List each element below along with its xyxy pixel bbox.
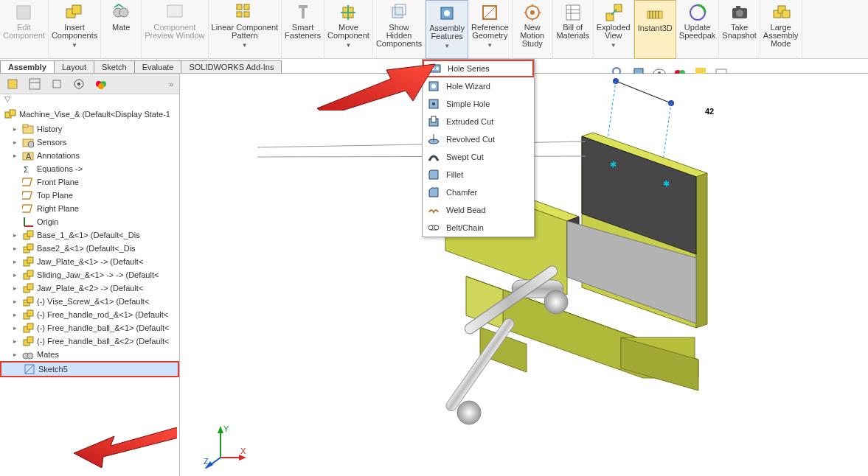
insert-components-icon <box>65 3 84 22</box>
props-icon[interactable] <box>50 77 63 91</box>
expand-arrow-icon[interactable]: ▸ <box>13 258 19 265</box>
tree-node-sensors[interactable]: ▸Sensors <box>0 136 179 149</box>
mate-icon <box>111 3 131 22</box>
tree-node-free-handle-rod[interactable]: ▸(-) Free_handle_rod_&<1> (Default< <box>0 308 179 321</box>
menu-fillet[interactable]: Fillet <box>423 166 534 183</box>
ribbon-insert-components[interactable]: InsertComponents▼ <box>49 0 101 59</box>
swept-cut-icon <box>427 150 440 164</box>
svg-rect-70 <box>27 270 33 276</box>
sketch-icon <box>24 363 35 375</box>
svg-rect-7 <box>244 4 249 10</box>
ribbon-instant3d[interactable]: Instant3D <box>634 0 676 59</box>
annot-icon: A <box>22 150 34 161</box>
ribbon-new-motion-study[interactable]: NewMotionStudy <box>513 0 553 59</box>
tree-node-annotations[interactable]: ▸AAnnotations <box>0 149 179 162</box>
menu-weld-bead[interactable]: Weld Bead <box>423 201 534 219</box>
ribbon-component-preview-window: ComponentPreview Window <box>142 0 208 59</box>
svg-point-4 <box>119 8 128 17</box>
tab-sketch[interactable]: Sketch <box>94 60 135 73</box>
part-icon <box>22 282 34 294</box>
ribbon-bill-of-materials[interactable]: Bill ofMaterials <box>553 0 594 59</box>
tab-evaluate[interactable]: Evaluate <box>134 60 182 73</box>
expand-arrow-icon[interactable]: ▸ <box>13 271 19 279</box>
linear-component-pattern-icon <box>235 3 254 22</box>
expand-arrow-icon[interactable]: ▸ <box>13 311 19 318</box>
expand-arrow-icon[interactable]: ▸ <box>13 284 19 292</box>
ribbon-large-assembly-mode[interactable]: LargeAssemblyMode <box>760 0 802 59</box>
svg-rect-50 <box>10 110 15 116</box>
tree-node-base2-1-default[interactable]: ▸Base2_&<1> (Default<_Dis <box>0 242 179 255</box>
ribbon-assembly-features[interactable]: AssemblyFeatures▼ <box>426 0 468 59</box>
tree-node-origin[interactable]: Origin <box>0 215 179 228</box>
menu-chamfer[interactable]: Chamfer <box>423 183 534 201</box>
ribbon-show-hidden-components[interactable]: ShowHiddenComponents <box>373 0 426 59</box>
svg-point-45 <box>77 83 80 85</box>
tree-node-sliding-jaw-1[interactable]: ▸Sliding_Jaw_&<1> -> -> (Default< <box>0 268 179 281</box>
expand-arrow-icon[interactable]: ▸ <box>13 139 19 146</box>
menu-swept-cut[interactable]: Swept Cut <box>423 148 534 166</box>
ribbon-take-snapshot[interactable]: TakeSnapshot <box>719 0 760 59</box>
tree-node-sketch5[interactable]: Sketch5 <box>0 361 179 377</box>
tree-node-history[interactable]: ▸History <box>0 122 179 136</box>
menu-revolved-cut[interactable]: Revolved Cut <box>423 130 534 148</box>
tree-root[interactable]: Machine_Vise_& (Default<Display State-1 <box>0 108 179 121</box>
show-hidden-components-icon <box>389 3 409 22</box>
tab-layout[interactable]: Layout <box>54 60 94 73</box>
ribbon-update-speedpak[interactable]: UpdateSpeedpak <box>676 0 720 59</box>
tree-node-free-handle-ball[interactable]: ▸(-) Free_handle_ball_&<2> (Default< <box>0 335 179 348</box>
cube-icon[interactable] <box>6 77 19 91</box>
svg-rect-72 <box>27 284 33 290</box>
menu-hole-series[interactable]: Hole Series <box>423 60 534 77</box>
svg-marker-124 <box>218 426 223 433</box>
tree-node-front-plane[interactable]: Front Plane <box>0 175 179 189</box>
menu-hole-wizard[interactable]: Hole Wizard <box>423 77 534 95</box>
fillet-icon <box>427 168 440 181</box>
expand-arrow-icon[interactable]: ▸ <box>13 231 19 239</box>
ribbon-reference-geometry[interactable]: ReferenceGeometry▼ <box>468 0 513 59</box>
tree-node-base-1-1[interactable]: ▸Base_1_&<1> (Default<_Dis <box>0 228 179 242</box>
expand-arrow-icon[interactable]: ▸ <box>13 337 19 345</box>
filter-bar[interactable]: ▽ <box>0 94 179 108</box>
ribbon-move-component[interactable]: MoveComponent▼ <box>324 0 373 59</box>
ribbon-mate[interactable]: Mate <box>101 0 142 59</box>
ribbon-smart-fasteners[interactable]: SmartFasteners <box>282 0 324 59</box>
tab-assembly[interactable]: Assembly <box>0 60 55 73</box>
menu-belt-chain[interactable]: Belt/Chain <box>423 219 534 237</box>
tree-node-mates[interactable]: ▸Mates <box>0 348 179 361</box>
tree-icon[interactable] <box>28 77 41 91</box>
plane-icon <box>22 189 34 201</box>
target-icon[interactable] <box>72 77 86 91</box>
ribbon-exploded-view[interactable]: ExplodedView▼ <box>594 0 634 59</box>
svg-line-18 <box>483 6 496 19</box>
tree-node-vise-screw-1[interactable]: ▸(-) Vise_Screw_&<1> (Default< <box>0 295 179 308</box>
ribbon-linear-component-pattern[interactable]: Linear ComponentPattern▼ <box>209 0 282 59</box>
part-icon <box>22 256 34 267</box>
expand-arrow-icon[interactable]: ▸ <box>13 152 19 159</box>
expand-arrow-icon[interactable]: ▸ <box>13 245 19 252</box>
svg-rect-64 <box>27 231 33 237</box>
svg-point-95 <box>428 225 433 230</box>
svg-marker-133 <box>74 427 177 468</box>
tree-node-top-plane[interactable]: Top Plane <box>0 189 179 202</box>
expand-arrow-icon[interactable]: ▸ <box>13 324 19 332</box>
svg-rect-9 <box>244 12 249 17</box>
expand-arrow-icon[interactable]: ▸ <box>13 298 19 305</box>
tree-node-right-plane[interactable]: Right Plane <box>0 202 179 215</box>
svg-rect-80 <box>27 337 33 343</box>
dropdown-arrow-icon: ▼ <box>611 41 617 49</box>
dropdown-arrow-icon: ▼ <box>345 41 351 49</box>
tree-node-jaw-plate-1[interactable]: ▸Jaw_Plate_&<1> -> (Default< <box>0 255 179 268</box>
tree-node-free-handle-ball[interactable]: ▸(-) Free_handle_ball_&<1> (Default< <box>0 321 179 335</box>
menu-extruded-cut[interactable]: Extruded Cut <box>423 113 534 130</box>
expand-arrow-icon[interactable]: ▸ <box>13 351 19 358</box>
tab-solidworks-add-ins[interactable]: SOLIDWORKS Add-Ins <box>181 60 282 73</box>
reference-geometry-icon <box>480 3 499 22</box>
svg-rect-2 <box>72 5 81 14</box>
expand-arrow-icon[interactable]: ▸ <box>13 125 19 133</box>
expand-icon[interactable]: » <box>169 80 173 88</box>
tree-node-equations[interactable]: ΣEquations -> <box>0 162 179 175</box>
appearance-icon[interactable] <box>94 77 108 91</box>
menu-simple-hole[interactable]: Simple Hole <box>423 95 534 113</box>
folder-icon <box>22 123 34 135</box>
tree-node-jaw-plate-2[interactable]: ▸Jaw_Plate_&<2> -> (Default< <box>0 281 179 295</box>
